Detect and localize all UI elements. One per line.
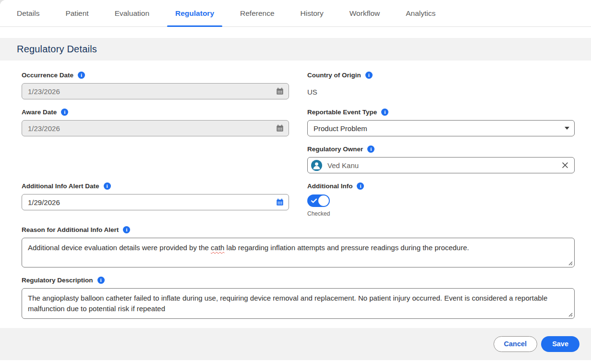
additional-info-alert-date-label: Additional Info Alert Date	[22, 182, 99, 190]
aware-date-group: Aware Date i	[22, 108, 289, 136]
regulatory-description-label: Regulatory Description	[22, 277, 93, 284]
resize-handle[interactable]	[568, 313, 573, 317]
reportable-event-type-group: Reportable Event Type i Product Problem	[307, 108, 575, 136]
resize-handle[interactable]	[568, 261, 573, 266]
tab-evaluation[interactable]: Evaluation	[102, 0, 162, 27]
checkmark-icon	[311, 197, 317, 206]
info-icon[interactable]: i	[97, 277, 105, 284]
info-icon[interactable]: i	[123, 226, 130, 233]
tab-details[interactable]: Details	[4, 0, 52, 27]
chevron-down-icon[interactable]	[565, 127, 569, 130]
additional-info-group: Additional Info i Checked	[307, 182, 575, 217]
tab-bar: Details Patient Evaluation Regulatory Re…	[0, 0, 591, 27]
clear-owner-icon[interactable]	[562, 162, 568, 169]
occurrence-date-label: Occurrence Date	[22, 72, 73, 79]
additional-info-label: Additional Info	[307, 182, 352, 190]
section-header: Regulatory Details	[0, 38, 591, 61]
additional-info-alert-date-group: Additional Info Alert Date i	[22, 182, 289, 217]
toggle-knob	[318, 195, 329, 206]
section-title: Regulatory Details	[17, 44, 97, 55]
reason-for-additional-info-alert-textarea[interactable]: Additional device evaluation details wer…	[22, 238, 575, 267]
country-of-origin-label: Country of Origin	[307, 72, 361, 79]
info-icon[interactable]: i	[61, 109, 68, 116]
info-icon[interactable]: i	[104, 182, 111, 190]
reason-for-additional-info-alert-label: Reason for Additional Info Alert	[22, 226, 119, 233]
cancel-button[interactable]: Cancel	[494, 336, 538, 352]
reason-text: Additional device evaluation details wer…	[28, 243, 469, 252]
regulatory-description-textarea[interactable]: The angioplasty balloon catheter failed …	[22, 288, 575, 319]
aware-date-input	[22, 120, 289, 136]
toggle-state-label: Checked	[307, 210, 575, 217]
regulatory-owner-value: Ved Kanu	[327, 161, 556, 170]
regulatory-form-page: Details Patient Evaluation Regulatory Re…	[0, 0, 591, 364]
reason-for-additional-info-alert-group: Reason for Additional Info Alert i Addit…	[22, 226, 575, 267]
tab-history[interactable]: History	[288, 0, 337, 27]
info-icon[interactable]: i	[78, 72, 85, 79]
regulatory-owner-input[interactable]: Ved Kanu	[307, 157, 575, 173]
aware-date-label: Aware Date	[22, 109, 57, 116]
regulatory-form: Occurrence Date i	[0, 61, 591, 319]
reportable-event-type-label: Reportable Event Type	[307, 109, 377, 116]
info-icon[interactable]: i	[365, 72, 373, 79]
tab-reference[interactable]: Reference	[227, 0, 288, 27]
regulatory-description-group: Regulatory Description i The angioplasty…	[22, 276, 575, 319]
regulatory-owner-group: Regulatory Owner i Ved Kanu	[307, 145, 575, 173]
regulatory-owner-label: Regulatory Owner	[307, 146, 363, 153]
tab-patient[interactable]: Patient	[52, 0, 101, 27]
info-icon[interactable]: i	[381, 109, 388, 116]
info-icon[interactable]: i	[357, 182, 364, 190]
form-footer: Cancel Save	[0, 328, 591, 360]
country-of-origin-group: Country of Origin i US	[307, 71, 575, 99]
calendar-icon	[276, 124, 284, 132]
tab-workflow[interactable]: Workflow	[337, 0, 393, 27]
tab-regulatory[interactable]: Regulatory	[162, 0, 227, 27]
calendar-icon[interactable]	[276, 198, 284, 206]
additional-info-alert-date-input[interactable]	[22, 194, 289, 210]
empty-cell	[22, 145, 289, 173]
country-of-origin-value: US	[307, 83, 575, 96]
regulatory-description-text: The angioplasty balloon catheter failed …	[28, 294, 547, 313]
additional-info-toggle[interactable]	[307, 194, 330, 207]
calendar-icon	[276, 87, 284, 95]
user-avatar-icon	[311, 160, 322, 171]
reportable-event-type-select[interactable]: Product Problem	[307, 120, 575, 136]
occurrence-date-input	[22, 83, 289, 99]
info-icon[interactable]: i	[367, 146, 374, 153]
save-button[interactable]: Save	[541, 336, 579, 352]
occurrence-date-group: Occurrence Date i	[22, 71, 289, 99]
tab-analytics[interactable]: Analytics	[393, 0, 448, 27]
